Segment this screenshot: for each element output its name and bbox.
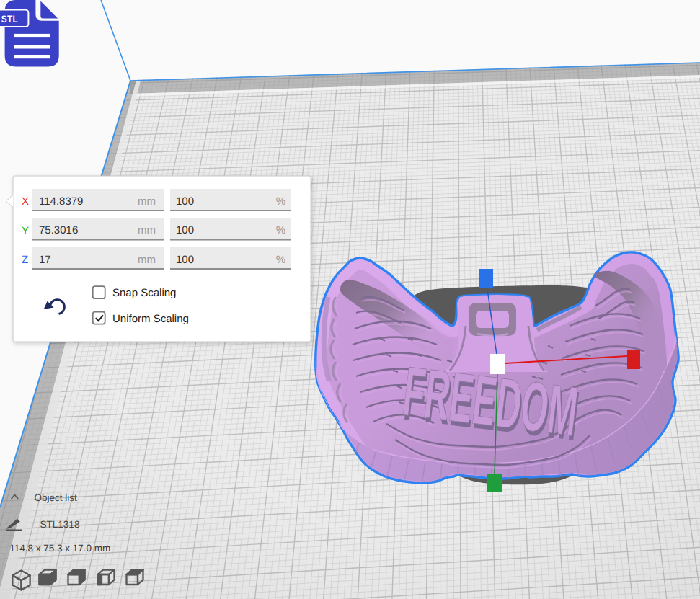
svg-text:Y: Y <box>22 225 29 237</box>
svg-text:114.8379: 114.8379 <box>39 195 83 208</box>
svg-text:STL1318: STL1318 <box>40 519 80 530</box>
svg-text:114.8 x 75.3 x 17.0 mm: 114.8 x 75.3 x 17.0 mm <box>9 543 110 554</box>
svg-text:%: % <box>276 195 285 208</box>
svg-text:100: 100 <box>176 195 194 208</box>
svg-text:100: 100 <box>176 224 194 236</box>
svg-text:100: 100 <box>176 254 194 266</box>
svg-text:Z: Z <box>22 254 28 266</box>
svg-text:mm: mm <box>138 224 156 236</box>
svg-text:STL: STL <box>1 14 19 25</box>
svg-text:75.3016: 75.3016 <box>39 224 78 236</box>
svg-text:%: % <box>276 254 285 266</box>
svg-text:Object list: Object list <box>34 492 77 503</box>
svg-text:X: X <box>22 195 29 208</box>
svg-text:17: 17 <box>39 254 51 266</box>
svg-text:mm: mm <box>138 254 156 266</box>
svg-text:mm: mm <box>138 195 156 208</box>
svg-text:Uniform Scaling: Uniform Scaling <box>112 313 189 325</box>
svg-text:%: % <box>276 224 285 236</box>
svg-text:Snap Scaling: Snap Scaling <box>112 287 176 299</box>
